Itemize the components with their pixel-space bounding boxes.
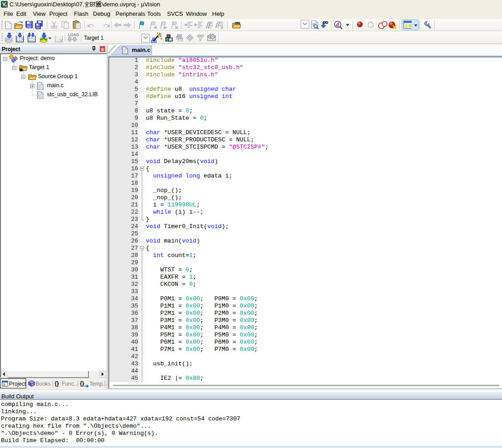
svg-text:LOAD: LOAD — [68, 33, 79, 37]
svg-text:d: d — [336, 22, 339, 28]
svg-text:?: ? — [31, 383, 33, 387]
